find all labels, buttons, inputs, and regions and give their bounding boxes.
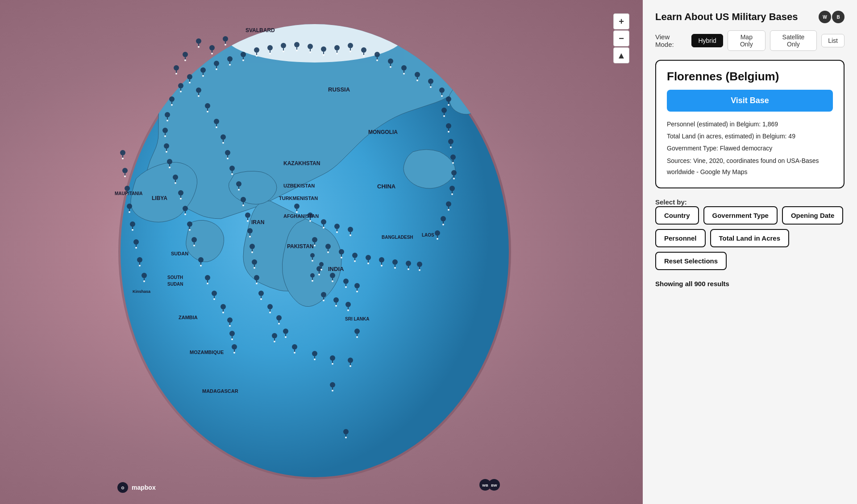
svg-point-100 xyxy=(173,175,178,180)
svg-point-136 xyxy=(241,197,246,202)
svg-point-123 xyxy=(216,126,217,128)
svg-point-96 xyxy=(166,151,167,153)
map-wbw-logo: WB BW xyxy=(479,479,500,491)
svg-point-321 xyxy=(213,298,215,300)
svg-point-285 xyxy=(332,390,333,392)
filter-buttons: Country Government Type Opening Date Per… xyxy=(655,206,845,270)
view-mode-satellite-only[interactable]: Satellite Only xyxy=(770,30,817,51)
filter-reset[interactable]: Reset Selections xyxy=(655,252,727,270)
view-mode-list[interactable]: List xyxy=(821,34,845,47)
svg-point-135 xyxy=(238,189,240,191)
svg-point-282 xyxy=(349,365,351,367)
svg-point-90 xyxy=(166,120,168,121)
svg-point-210 xyxy=(314,245,316,246)
filter-country[interactable]: Country xyxy=(655,206,699,225)
svg-point-328 xyxy=(229,331,235,336)
svg-point-186 xyxy=(448,209,449,211)
view-mode-hybrid[interactable]: Hybrid xyxy=(691,34,723,47)
svg-point-129 xyxy=(227,158,229,159)
svg-point-229 xyxy=(406,261,411,266)
svg-point-124 xyxy=(220,134,226,140)
svg-point-145 xyxy=(250,244,255,249)
svg-point-309 xyxy=(139,265,141,267)
filter-opening-date[interactable]: Opening Date xyxy=(782,206,844,225)
svg-point-247 xyxy=(321,292,326,297)
svg-point-115 xyxy=(196,87,201,93)
svg-point-33 xyxy=(242,59,244,61)
sidebar-header: Learn About US Military Bases W B xyxy=(655,11,845,23)
svg-point-88 xyxy=(165,112,170,117)
svg-point-276 xyxy=(314,358,316,360)
filter-government-type[interactable]: Government Type xyxy=(703,206,778,225)
svg-point-273 xyxy=(294,352,295,354)
svg-point-82 xyxy=(178,83,183,88)
svg-point-112 xyxy=(191,237,197,242)
svg-point-252 xyxy=(335,305,337,307)
svg-point-45 xyxy=(296,50,298,51)
zoom-out-button[interactable]: − xyxy=(613,30,629,46)
svg-point-325 xyxy=(227,317,233,323)
svg-point-318 xyxy=(207,283,208,284)
svg-point-120 xyxy=(207,111,208,112)
svg-point-147 xyxy=(251,251,253,253)
svg-point-204 xyxy=(336,231,338,233)
svg-point-310 xyxy=(141,273,147,278)
svg-point-93 xyxy=(164,135,166,137)
svg-point-223 xyxy=(379,257,384,262)
svg-point-51 xyxy=(323,54,324,56)
svg-point-198 xyxy=(309,220,311,222)
label-afghanistan: AFGHANISTAN xyxy=(283,213,319,219)
label-zambia: ZAMBIA xyxy=(179,315,198,320)
svg-point-55 xyxy=(348,43,353,48)
svg-point-28 xyxy=(227,56,233,62)
svg-point-181 xyxy=(449,186,455,191)
svg-point-292 xyxy=(122,168,128,173)
svg-text:WB: WB xyxy=(482,483,488,487)
svg-point-108 xyxy=(184,213,186,215)
mapbox-logo: ⊙ mapbox xyxy=(117,482,156,493)
svg-point-19 xyxy=(187,74,192,79)
svg-point-207 xyxy=(349,234,351,236)
svg-point-132 xyxy=(231,173,233,175)
svg-point-72 xyxy=(416,79,418,81)
svg-point-63 xyxy=(376,59,378,61)
zoom-in-button[interactable]: + xyxy=(613,13,629,29)
svg-point-286 xyxy=(343,429,349,434)
visit-base-button[interactable]: Visit Base xyxy=(667,90,833,112)
svg-point-163 xyxy=(283,329,288,334)
view-mode-map-only[interactable]: Map Only xyxy=(728,30,765,51)
svg-point-333 xyxy=(233,352,235,354)
svg-point-18 xyxy=(175,73,177,75)
filter-personnel[interactable]: Personnel xyxy=(655,229,706,247)
svg-point-174 xyxy=(450,146,452,148)
label-kazakhstan: KAZAKHSTAN xyxy=(283,160,320,167)
wbw-icon-2: B xyxy=(832,11,845,23)
svg-point-313 xyxy=(198,257,204,262)
svg-point-16 xyxy=(174,65,179,71)
svg-point-319 xyxy=(212,291,217,296)
svg-point-189 xyxy=(442,224,444,225)
svg-point-37 xyxy=(267,45,273,50)
select-by-section: Select by: Country Government Type Openi… xyxy=(655,198,845,270)
svg-point-280 xyxy=(348,358,353,363)
filter-total-land[interactable]: Total Land in Acres xyxy=(710,229,790,247)
view-mode-label: View Mode: xyxy=(655,33,687,48)
svg-point-172 xyxy=(448,139,453,144)
svg-point-99 xyxy=(169,167,171,168)
page-title: Learn About US Military Bases xyxy=(655,11,798,23)
label-turkmenistan: TURKMENISTAN xyxy=(279,196,318,201)
svg-point-216 xyxy=(341,257,342,258)
compass-button[interactable]: ▲ xyxy=(613,47,629,63)
label-srilanka: SRI LANKA xyxy=(345,317,369,321)
label-southsudan: SOUTH xyxy=(167,275,183,280)
label-india: INDIA xyxy=(328,266,344,272)
svg-point-208 xyxy=(312,237,317,242)
svg-point-27 xyxy=(216,68,217,70)
svg-point-195 xyxy=(296,211,298,213)
svg-text:BW: BW xyxy=(491,483,497,487)
map-container[interactable]: SVALBARD RUSSIA MONGOLIA KAZAKHSTAN UZBE… xyxy=(0,0,643,504)
svg-point-106 xyxy=(183,206,188,211)
svg-point-31 xyxy=(241,52,246,57)
svg-point-165 xyxy=(285,336,287,338)
sidebar: Learn About US Military Bases W B View M… xyxy=(643,0,857,504)
